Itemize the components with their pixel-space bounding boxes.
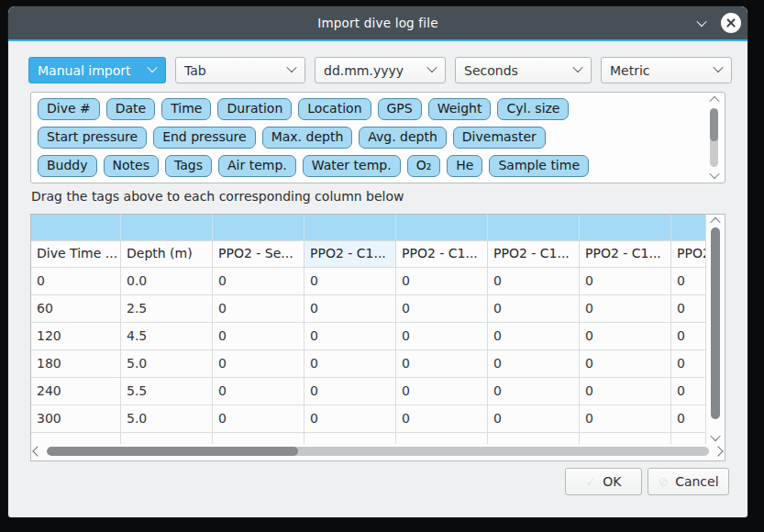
date-format-select[interactable]: dd.mm.yyyy [315,57,446,83]
field-tag[interactable]: End pressure [153,127,256,149]
table-cell: 4.5 [121,323,213,350]
scrollbar-track[interactable] [711,227,720,431]
table-cell-partial [580,433,671,444]
column-drop-target[interactable] [213,215,304,241]
field-tag[interactable]: Location [298,98,371,120]
column-drop-target[interactable] [671,215,706,241]
titlebar: Import dive log file [8,6,747,41]
table-cell: 0 [213,350,304,378]
table-cell: 0 [488,295,580,323]
ok-check-icon: ✓ [586,474,597,489]
cancel-button[interactable]: ⊘ Cancel [648,468,729,495]
table-cell: 0 [304,268,396,295]
column-drop-target[interactable] [31,215,121,241]
field-tag[interactable]: Sample time [489,155,589,177]
preview-table-grid: Dive Time ...Depth (m)PPO2 - Se...PPO2 -… [31,215,706,444]
table-cell: 0 [396,350,488,378]
dialog-buttons: ✓ OK ⊘ Cancel [565,468,729,495]
close-button[interactable] [721,13,741,33]
ok-button[interactable]: ✓ OK [565,468,642,495]
table-vertical-scrollbar[interactable] [708,217,723,441]
scroll-down-icon[interactable] [709,169,719,179]
tag-row: Dive #DateTimeDurationLocationGPSWeightC… [38,98,701,120]
scrollbar-track[interactable] [47,447,709,456]
column-header: Depth (m) [121,241,213,268]
field-tag[interactable]: Max. depth [262,127,353,149]
table-cell: 0 [580,405,671,433]
drag-instruction-text: Drag the tags above to each correspondin… [31,189,404,204]
import-mode-select[interactable]: Manual import [28,57,166,83]
scrollbar-track[interactable] [710,108,718,167]
scroll-up-icon[interactable] [710,217,720,227]
field-tag[interactable]: Tags [165,155,212,177]
table-cell: 0 [396,268,488,295]
field-tag[interactable]: Time [161,98,211,120]
shade-button[interactable] [693,15,710,31]
table-cell: 0 [580,295,671,323]
column-drop-target[interactable] [304,215,396,241]
table-cell: 0.0 [121,268,213,295]
table-cell: 0 [213,268,304,295]
field-tag[interactable]: GPS [378,98,422,120]
cancel-button-label: Cancel [675,474,718,489]
scrollbar-thumb[interactable] [710,108,718,141]
field-tag[interactable]: Divemaster [453,127,546,149]
import-options-row: Manual import Tab dd.mm.yyyy Seconds Met… [28,57,732,83]
field-tag[interactable]: Avg. depth [359,127,447,149]
scroll-up-icon[interactable] [709,96,719,106]
field-tag[interactable]: Buddy [38,155,97,177]
column-drop-target[interactable] [121,215,213,241]
table-cell-partial [121,433,213,444]
field-tag[interactable]: O₂ [407,155,441,177]
field-tag[interactable]: Weight [428,98,492,120]
field-tag[interactable]: Date [106,98,155,120]
field-tag[interactable]: Duration [217,98,292,120]
column-drop-target[interactable] [488,215,580,241]
column-header: PPO2 - C1... [488,241,580,268]
table-cell: 0 [488,268,580,295]
table-cell: 0 [580,378,671,405]
table-cell: 0 [31,268,121,295]
field-tag[interactable]: He [447,155,482,177]
table-horizontal-scrollbar[interactable] [34,444,722,459]
column-drop-target[interactable] [396,215,488,241]
units-select[interactable]: Metric [601,57,732,83]
scrollbar-thumb[interactable] [47,447,298,456]
date-format-value: dd.mm.yyyy [324,63,404,78]
scrollbar-thumb[interactable] [711,227,720,419]
column-drop-target[interactable] [580,215,671,241]
field-separator-select[interactable]: Tab [175,57,305,83]
field-tag[interactable]: Cyl. size [497,98,569,120]
table-cell-partial [488,433,580,444]
field-tag[interactable]: Dive # [38,98,100,120]
table-cell: 0 [396,378,488,405]
table-cell: 0 [213,378,304,405]
window-title: Import dive log file [317,16,437,30]
field-tag[interactable]: Air temp. [218,155,296,177]
table-cell: 0 [488,350,580,378]
field-tag[interactable]: Start pressure [38,127,147,149]
scroll-down-icon[interactable] [710,431,720,441]
table-cell: 0 [396,405,488,433]
chevron-down-icon [286,62,296,72]
table-cell: 0 [304,350,396,378]
import-dialog-window: Import dive log file Manual import Tab d… [8,6,747,517]
table-cell: 0 [580,350,671,378]
titlebar-controls [693,6,741,39]
table-cell: 0 [671,405,706,433]
field-tag[interactable]: Water temp. [303,155,401,177]
field-tag[interactable]: Notes [104,155,159,177]
column-header: PPO2 [671,241,706,268]
scroll-right-icon[interactable] [713,446,723,456]
table-cell: 0 [213,295,304,323]
chevron-down-icon [696,17,706,27]
chevron-down-icon [426,62,437,72]
scroll-left-icon[interactable] [32,446,42,456]
duration-format-select[interactable]: Seconds [455,57,592,83]
tag-row: BuddyNotesTagsAir temp.Water temp.O₂HeSa… [38,155,701,177]
tag-row: Start pressureEnd pressureMax. depthAvg.… [38,127,701,149]
tag-list-scrollbar[interactable] [707,96,721,179]
table-cell-partial [31,433,121,444]
table-cell: 240 [31,378,121,405]
table-cell: 0 [671,295,706,323]
